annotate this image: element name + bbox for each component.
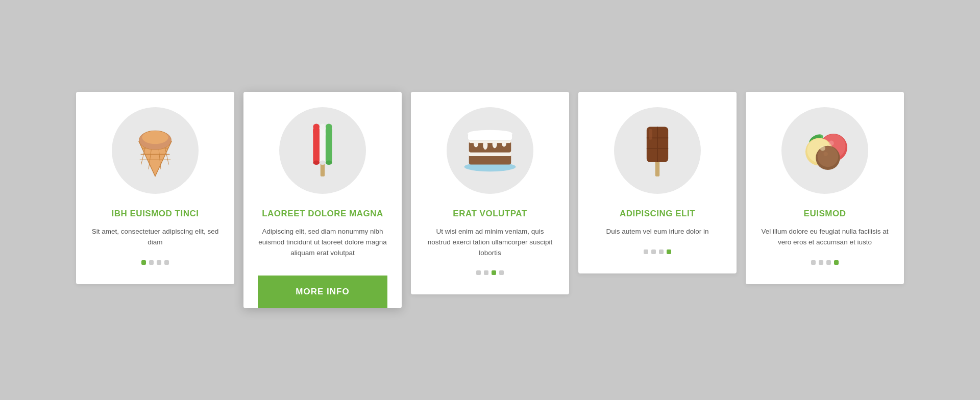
dot bbox=[651, 249, 656, 254]
icon-circle-1 bbox=[112, 107, 199, 194]
svg-point-34 bbox=[468, 130, 512, 137]
svg-point-31 bbox=[493, 139, 497, 148]
cards-container: IBH EUISMOD TINCI Sit amet, consectetuer… bbox=[45, 71, 935, 329]
ice-cream-cone-icon bbox=[127, 122, 183, 179]
card-5-desc: Vel illum dolore eu feugiat nulla facili… bbox=[760, 227, 890, 248]
dot bbox=[834, 260, 839, 265]
card-1-title: IBH EUISMOD TINCI bbox=[112, 208, 199, 219]
svg-point-49 bbox=[820, 145, 825, 151]
card-2-desc: Adipiscing elit, sed diam nonummy nibh e… bbox=[258, 227, 387, 259]
card-3-title: ERAT VOLUTPAT bbox=[453, 208, 527, 219]
card-1-dots bbox=[141, 260, 169, 265]
svg-point-10 bbox=[142, 131, 168, 144]
ice-cream-cake-icon bbox=[462, 122, 518, 179]
dot bbox=[499, 270, 504, 275]
card-1-desc: Sit amet, consectetuer adipiscing elit, … bbox=[90, 227, 220, 248]
icon-circle-2 bbox=[279, 107, 366, 194]
dot bbox=[164, 260, 169, 265]
dot bbox=[644, 249, 648, 254]
svg-rect-40 bbox=[649, 129, 652, 139]
dot bbox=[667, 249, 671, 254]
svg-point-21 bbox=[313, 160, 320, 164]
dot bbox=[484, 270, 488, 275]
card-5: EUISMOD Vel illum dolore eu feugiat null… bbox=[746, 92, 904, 284]
card-4-dots bbox=[644, 249, 671, 254]
card-5-dots bbox=[811, 260, 839, 265]
dot bbox=[157, 260, 161, 265]
svg-point-50 bbox=[829, 140, 834, 145]
svg-point-18 bbox=[313, 123, 320, 130]
svg-point-23 bbox=[326, 160, 332, 164]
dot bbox=[826, 260, 831, 265]
svg-point-22 bbox=[320, 160, 326, 164]
svg-point-29 bbox=[474, 139, 478, 147]
dot bbox=[149, 260, 154, 265]
svg-point-51 bbox=[823, 152, 827, 156]
ice-cream-scoops-icon bbox=[797, 122, 853, 179]
svg-point-20 bbox=[326, 123, 332, 130]
popsicle-icon bbox=[295, 122, 351, 179]
card-4-title: ADIPISCING ELIT bbox=[620, 208, 695, 219]
card-5-title: EUISMOD bbox=[804, 208, 846, 219]
card-3-dots bbox=[476, 270, 504, 275]
card-4: ADIPISCING ELIT Duis autem vel eum iriur… bbox=[578, 92, 737, 273]
dot bbox=[811, 260, 816, 265]
dot bbox=[659, 249, 664, 254]
dot bbox=[492, 270, 496, 275]
dot bbox=[819, 260, 823, 265]
chocolate-bar-pop-icon bbox=[629, 122, 685, 179]
svg-point-30 bbox=[483, 140, 487, 149]
svg-point-19 bbox=[320, 123, 326, 130]
svg-rect-35 bbox=[655, 161, 659, 177]
card-2-title: LAOREET DOLORE MAGNA bbox=[262, 208, 383, 219]
dot bbox=[476, 270, 481, 275]
icon-circle-3 bbox=[447, 107, 533, 194]
card-4-desc: Duis autem vel eum iriure dolor in bbox=[606, 227, 708, 237]
card-1: IBH EUISMOD TINCI Sit amet, consectetuer… bbox=[76, 92, 234, 284]
card-2: LAOREET DOLORE MAGNA Adipiscing elit, se… bbox=[243, 92, 402, 309]
card-3: ERAT VOLUTPAT Ut wisi enim ad minim veni… bbox=[411, 92, 569, 295]
icon-circle-4 bbox=[614, 107, 701, 194]
icon-circle-5 bbox=[781, 107, 868, 194]
card-3-desc: Ut wisi enim ad minim veniam, quis nostr… bbox=[425, 227, 555, 259]
more-info-button[interactable]: MORE INFO bbox=[258, 276, 387, 308]
dot bbox=[141, 260, 146, 265]
